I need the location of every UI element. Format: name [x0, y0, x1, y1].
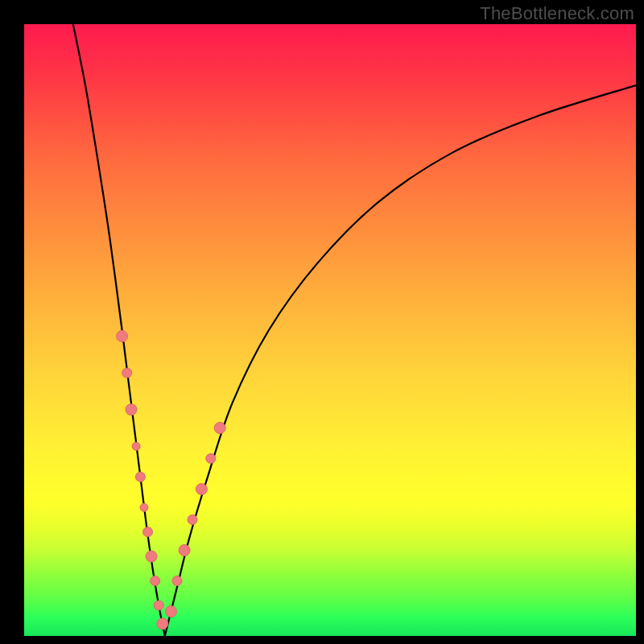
- watermark-text: TheBottleneck.com: [480, 3, 634, 24]
- plot-area: [24, 24, 636, 636]
- data-marker: [179, 545, 190, 556]
- right-branch-line: [165, 85, 636, 636]
- right-marker-cluster: [165, 423, 225, 617]
- data-marker: [154, 601, 163, 610]
- data-marker: [122, 368, 132, 378]
- chart-frame: TheBottleneck.com: [0, 0, 644, 644]
- chart-svg: [24, 24, 636, 636]
- data-marker: [172, 576, 182, 586]
- left-branch-line: [73, 24, 165, 636]
- left-marker-cluster: [117, 331, 168, 630]
- data-marker: [214, 423, 225, 434]
- data-marker: [188, 515, 197, 525]
- data-marker: [157, 618, 168, 630]
- data-marker: [117, 331, 128, 342]
- data-marker: [196, 484, 207, 495]
- data-marker: [126, 404, 137, 415]
- data-marker: [143, 527, 153, 537]
- data-marker: [132, 442, 140, 450]
- data-marker: [151, 576, 160, 586]
- data-marker: [140, 503, 148, 511]
- data-marker: [206, 454, 216, 464]
- data-marker: [165, 606, 176, 617]
- data-marker: [135, 472, 145, 481]
- data-marker: [146, 551, 157, 562]
